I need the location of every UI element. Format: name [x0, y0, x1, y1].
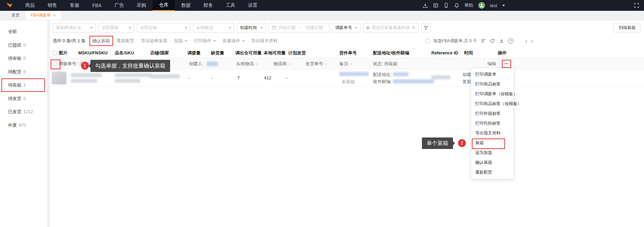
menu-item-repick[interactable]: 重新配货: [471, 168, 513, 177]
main-menu: 商品 销售 客服 FBA 广告 采购 仓库 数据 财务 工具 设置: [19, 0, 264, 11]
logistics-provider: 物流商: -: [273, 58, 291, 70]
sidebar-item-pending-review[interactable]: 待审核0: [0, 52, 47, 65]
store-select-value: 全部店铺: [140, 25, 157, 31]
search-input[interactable]: [372, 25, 410, 30]
transfer-order-data-row[interactable]: - - 7 412 - 未装箱 配送地址: 收件邮编: 创建 更新: [50, 70, 644, 86]
store-select[interactable]: 全部店铺: [137, 23, 190, 32]
menu-item-print-product-label[interactable]: 打印商品标签: [471, 79, 513, 89]
user-menu-chevron-down-icon[interactable]: [502, 5, 505, 6]
mobile-app-icon[interactable]: [444, 3, 449, 8]
menu-item-confirm-pack[interactable]: 确认装箱: [471, 158, 513, 168]
nav-item-data[interactable]: 数据: [175, 0, 197, 11]
scroll-right-chevron-icon[interactable]: ›: [531, 38, 533, 44]
sidebar-item-shipped[interactable]: 已发货1212: [0, 105, 47, 119]
nav-item-ads[interactable]: 广告: [108, 0, 130, 11]
download-icon[interactable]: [499, 38, 504, 44]
chevron-down-icon: [213, 40, 216, 42]
refresh-icon[interactable]: [490, 38, 495, 44]
download-tray-icon[interactable]: [423, 3, 428, 8]
list-density-icon[interactable]: [481, 38, 486, 44]
export-box-invoice-button[interactable]: 导出箱单发票: [141, 38, 167, 44]
app-logo-icon[interactable]: [0, 0, 19, 11]
menu-item-print-pallet-label[interactable]: 打印托拍标签: [471, 119, 513, 128]
menu-item-set-urgent[interactable]: 设为加急: [471, 148, 513, 158]
sidebar-item-count: 672: [19, 123, 26, 128]
source-available-value: 7: [237, 75, 240, 80]
country-select-value: 全部国家: [102, 25, 118, 31]
menu-item-pack[interactable]: 装箱: [471, 138, 513, 148]
bell-icon[interactable]: [454, 3, 459, 8]
menu-item-export-customs[interactable]: 导出报关资料: [471, 128, 513, 138]
urgent-dropdown[interactable]: 加急: [174, 38, 187, 44]
export-customs-button[interactable]: 导出报关资料: [251, 38, 278, 44]
help-link[interactable]: 帮助: [464, 2, 473, 8]
menu-item-print-product-label-template[interactable]: 打印商品标签（按模板）: [471, 99, 513, 109]
sidebar-item-label: 已驳回: [8, 43, 21, 48]
chevron-down-icon: [129, 27, 131, 29]
nav-item-goods[interactable]: 商品: [19, 0, 41, 11]
redacted-msku: [71, 73, 102, 77]
repick-button[interactable]: 重新配货: [117, 38, 134, 44]
search-icon[interactable]: [412, 25, 415, 30]
nav-item-purchase[interactable]: 采购: [130, 0, 153, 11]
select-all-checkbox[interactable]: [53, 51, 57, 55]
nav-item-customer-service[interactable]: 客服: [63, 0, 86, 11]
tab-fba-transfer[interactable]: FBA调拨单 ×: [25, 11, 61, 20]
sidebar-item-all[interactable]: 全部: [0, 25, 47, 39]
warehouse-select[interactable]: 请选择调出仓: [53, 23, 96, 32]
row-actions-dropdown-menu: 打印调拨单 打印商品标签 打印调拨单（按模板） 打印商品标签（按模板） 打印外箱…: [471, 68, 514, 179]
redacted-sku: [115, 79, 140, 83]
nav-item-settings[interactable]: 设置: [242, 0, 264, 11]
sidebar-item-pending-pick[interactable]: 待配货0: [0, 65, 47, 79]
row-checkbox[interactable]: [53, 61, 57, 66]
help-circle-icon[interactable]: ?: [508, 38, 513, 44]
date-range-picker[interactable]: 开始日期 ~ 结束日期: [269, 23, 329, 32]
scroll-left-chevron-icon[interactable]: ‹: [525, 38, 527, 44]
search-field-wrap: [363, 23, 419, 32]
batch-action-toolbar: 选中 0 条/共 1 条 确认装箱 重新配货 导出箱单发票 加急 打印操作 批量…: [53, 36, 278, 46]
chevron-down-icon: [90, 27, 93, 29]
nav-item-sales[interactable]: 销售: [41, 0, 63, 11]
sidebar-item-pending-ship[interactable]: 待发货0: [0, 92, 47, 105]
menu-item-print-transfer-order-template[interactable]: 打印调拨单（按模板）: [471, 89, 513, 99]
status-badge: 状态: 待装箱: [373, 58, 397, 70]
sidebar-item-count: 0: [23, 69, 26, 74]
date-range-separator: ~: [299, 25, 302, 30]
col-header-image: 图片: [59, 48, 68, 58]
confirm-pack-button[interactable]: 确认装箱: [92, 38, 110, 44]
urgent-filter-checkbox[interactable]: [425, 39, 430, 43]
user-avatar[interactable]: [478, 2, 485, 9]
feedback-note-icon[interactable]: [433, 3, 438, 8]
scan-pack-label: 扫描装箱: [619, 25, 636, 31]
nav-item-tools[interactable]: 工具: [219, 0, 242, 11]
warehouse-select-placeholder: 请选择调出仓: [56, 25, 81, 31]
fullscreen-icon[interactable]: [634, 3, 639, 9]
search-type-select[interactable]: 调拨单号: [332, 23, 360, 32]
batch-grid-icon[interactable]: [366, 26, 370, 30]
country-select[interactable]: 全部国家: [99, 23, 134, 32]
nav-item-warehouse[interactable]: 仓库: [153, 0, 175, 11]
nav-item-fba[interactable]: FBA: [86, 0, 108, 11]
print-ops-dropdown[interactable]: 打印操作: [194, 38, 216, 44]
col-header-shortage-qty: 缺货量: [211, 48, 224, 58]
filter-funnel-button[interactable]: [421, 23, 431, 32]
annotation-step2-text: 单个装箱: [427, 140, 448, 147]
sidebar-item-count: 0: [23, 96, 26, 101]
address-label: 配送地址:: [373, 72, 392, 78]
username-label[interactable]: test: [490, 3, 497, 8]
menu-item-print-carton-label[interactable]: 打印外箱标签: [471, 109, 513, 119]
batch-ops-dropdown[interactable]: 批量操作: [223, 38, 245, 44]
tab-close-icon[interactable]: ×: [53, 13, 56, 18]
redacted-shipment-no: [339, 72, 369, 76]
logistics-select[interactable]: 头程物流: [193, 23, 234, 32]
sidebar-item-rejected[interactable]: 已驳回0: [0, 39, 47, 52]
scan-pack-button[interactable]: 扫描装箱: [614, 23, 641, 32]
sidebar-item-pending-pack[interactable]: 待装箱1: [0, 78, 47, 92]
tab-home[interactable]: 首页: [6, 11, 25, 20]
updated-time-label: 更新: [462, 79, 471, 85]
col-header-source-available: 调出仓可用量: [235, 48, 262, 58]
sidebar-item-void[interactable]: 作废672: [0, 119, 47, 132]
time-type-select[interactable]: 创建时间: [237, 23, 266, 32]
menu-item-print-transfer-order[interactable]: 打印调拨单: [471, 70, 513, 79]
nav-item-finance[interactable]: 财务: [197, 0, 219, 11]
